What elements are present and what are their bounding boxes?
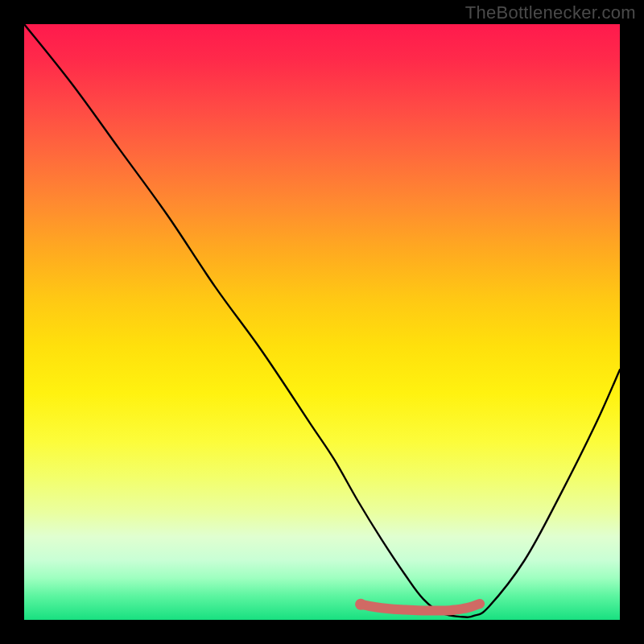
watermark-text: TheBottlenecker.com: [465, 2, 636, 23]
plot-area: [24, 24, 620, 620]
optimal-zone-line: [361, 604, 480, 611]
chart-frame: TheBottlenecker.com: [0, 0, 644, 644]
chart-svg: [24, 24, 620, 620]
optimal-zone-start-marker-icon: [355, 599, 366, 610]
bottleneck-curve-line: [24, 24, 620, 617]
